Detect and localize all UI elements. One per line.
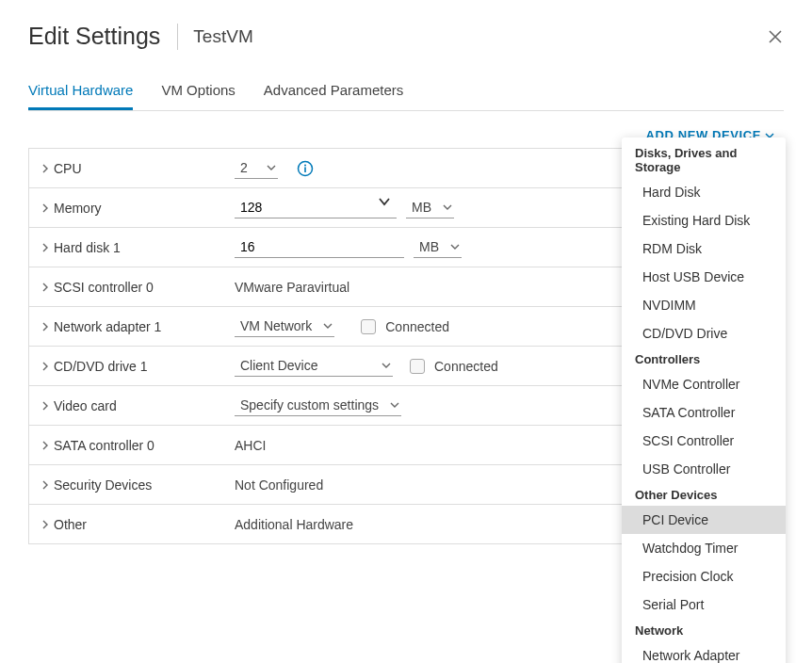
row-cpu-label-area[interactable]: CPU [41, 161, 235, 176]
row-hard-disk-1-label-area[interactable]: Hard disk 1 [41, 240, 235, 255]
video-card-select[interactable]: Specify custom settings [235, 395, 401, 416]
memory-value-input[interactable] [235, 197, 397, 218]
menu-section-network: Network [622, 619, 786, 641]
other-value-text: Additional Hardware [235, 517, 353, 532]
chevron-right-icon [41, 362, 50, 371]
chevron-right-icon [41, 283, 50, 292]
chevron-down-icon [390, 397, 399, 412]
chevron-down-icon [450, 239, 460, 254]
close-button[interactable] [767, 28, 784, 49]
chevron-right-icon [41, 322, 50, 332]
sata-controller-0-value-text: AHCI [235, 438, 266, 453]
menu-item-sata-controller[interactable]: SATA Controller [622, 398, 786, 427]
memory-label: Memory [54, 201, 102, 216]
video-card-label: Video card [54, 398, 117, 413]
dialog-header: Edit Settings TestVM [0, 0, 812, 57]
chevron-right-icon [41, 520, 50, 529]
tab-advanced-parameters[interactable]: Advanced Parameters [264, 74, 403, 110]
menu-item-precision-clock[interactable]: Precision Clock [622, 562, 786, 590]
scsi-controller-0-label: SCSI controller 0 [54, 280, 154, 295]
chevron-right-icon [41, 164, 50, 173]
menu-item-pci-device[interactable]: PCI Device [622, 506, 786, 534]
network-adapter-1-value-text: VM Network [240, 318, 312, 333]
chevron-right-icon [41, 203, 50, 213]
scsi-controller-0-value-text: VMware Paravirtual [235, 280, 349, 295]
row-video-card-label-area[interactable]: Video card [41, 398, 235, 413]
tab-bar: Virtual Hardware VM Options Advanced Par… [28, 57, 784, 111]
close-icon [767, 28, 784, 45]
info-icon[interactable] [297, 160, 314, 177]
row-memory-label-area[interactable]: Memory [41, 201, 235, 216]
tab-vm-options[interactable]: VM Options [161, 74, 235, 110]
chevron-down-icon [382, 358, 391, 373]
menu-item-usb-controller[interactable]: USB Controller [622, 455, 786, 483]
hard-disk-1-unit-select[interactable]: MB [414, 236, 462, 258]
hard-disk-1-size-input[interactable] [235, 236, 404, 258]
menu-item-nvme-controller[interactable]: NVMe Controller [622, 370, 786, 398]
network-adapter-1-label: Network adapter 1 [54, 319, 161, 334]
cddvd-drive-1-label: CD/DVD drive 1 [54, 359, 148, 374]
cpu-count-value: 2 [240, 160, 248, 175]
network-adapter-1-connected-checkbox[interactable] [361, 319, 376, 334]
hard-disk-1-unit-value: MB [419, 239, 439, 254]
row-scsi-controller-0-label-area[interactable]: SCSI controller 0 [41, 280, 235, 295]
page-title: Edit Settings [28, 23, 177, 50]
add-new-device-menu: Disks, Drives and Storage Hard Disk Exis… [622, 137, 786, 663]
chevron-down-icon [443, 200, 452, 215]
menu-item-watchdog-timer[interactable]: Watchdog Timer [622, 534, 786, 562]
network-adapter-1-select[interactable]: VM Network [235, 315, 334, 337]
cddvd-drive-1-connected-label: Connected [434, 359, 498, 374]
chevron-down-icon [267, 160, 276, 175]
cddvd-drive-1-value-text: Client Device [240, 358, 317, 373]
cddvd-drive-1-select[interactable]: Client Device [235, 355, 393, 377]
sata-controller-0-label: SATA controller 0 [54, 438, 154, 453]
menu-item-nvdimm[interactable]: NVDIMM [622, 291, 786, 319]
network-adapter-1-connected-label: Connected [385, 319, 449, 334]
menu-section-controllers: Controllers [622, 348, 786, 370]
chevron-right-icon [41, 243, 50, 252]
menu-item-scsi-controller[interactable]: SCSI Controller [622, 427, 786, 455]
menu-item-host-usb-device[interactable]: Host USB Device [622, 263, 786, 291]
menu-item-cddvd-drive[interactable]: CD/DVD Drive [622, 319, 786, 348]
row-other-label-area[interactable]: Other [41, 517, 235, 532]
menu-item-serial-port[interactable]: Serial Port [622, 590, 786, 619]
other-label: Other [54, 517, 87, 532]
tab-virtual-hardware[interactable]: Virtual Hardware [28, 74, 133, 110]
cddvd-drive-1-connected-checkbox[interactable] [410, 359, 425, 374]
menu-section-other-devices: Other Devices [622, 483, 786, 506]
row-cddvd-drive-1-label-area[interactable]: CD/DVD drive 1 [41, 359, 235, 374]
menu-item-existing-hard-disk[interactable]: Existing Hard Disk [622, 206, 786, 234]
chevron-right-icon [41, 480, 50, 490]
menu-section-disks: Disks, Drives and Storage [622, 141, 786, 178]
chevron-down-icon [323, 318, 333, 333]
menu-item-hard-disk[interactable]: Hard Disk [622, 178, 786, 206]
menu-item-rdm-disk[interactable]: RDM Disk [622, 234, 786, 263]
chevron-right-icon [41, 401, 50, 411]
memory-unit-value: MB [412, 200, 431, 215]
svg-point-1 [304, 164, 306, 166]
header-divider [177, 24, 178, 50]
vm-name: TestVM [193, 26, 252, 47]
hard-disk-1-label: Hard disk 1 [54, 240, 121, 255]
chevron-right-icon [41, 441, 50, 450]
video-card-value-text: Specify custom settings [240, 397, 379, 412]
cpu-count-select[interactable]: 2 [235, 157, 278, 179]
security-devices-value-text: Not Configured [235, 477, 323, 493]
chevron-down-icon[interactable] [378, 195, 391, 211]
row-sata-controller-0-label-area[interactable]: SATA controller 0 [41, 438, 235, 453]
svg-rect-2 [304, 167, 306, 172]
row-security-devices-label-area[interactable]: Security Devices [41, 477, 235, 493]
security-devices-label: Security Devices [54, 477, 152, 493]
memory-unit-select[interactable]: MB [406, 197, 454, 218]
row-network-adapter-1-label-area[interactable]: Network adapter 1 [41, 319, 235, 334]
cpu-label: CPU [54, 161, 82, 176]
menu-item-network-adapter[interactable]: Network Adapter [622, 641, 786, 663]
